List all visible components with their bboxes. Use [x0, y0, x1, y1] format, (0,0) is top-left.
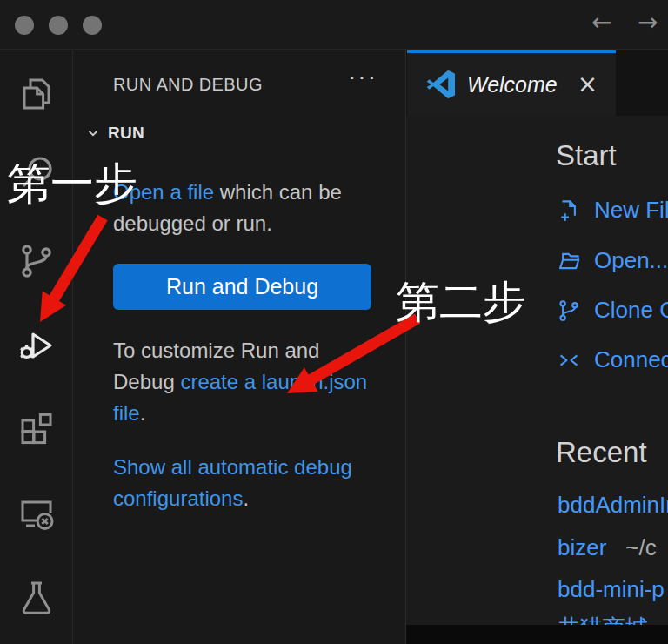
start-item-open[interactable]: Open...	[556, 247, 668, 274]
show-all-paragraph: Show all automatic debug configurations.	[113, 452, 374, 514]
nav-back-icon[interactable]: ←	[591, 8, 611, 37]
explorer-files-icon[interactable]	[16, 73, 57, 115]
recent-item[interactable]: bizer~/c	[558, 534, 657, 561]
open-file-paragraph: Open a file which can be debugged or run…	[113, 177, 374, 239]
chevron-down-icon	[85, 125, 101, 141]
start-item-new-file[interactable]: New File...	[556, 197, 668, 224]
window-zoom-button[interactable]	[83, 16, 102, 35]
start-heading: Start	[556, 139, 617, 172]
recent-heading: Recent	[556, 436, 647, 469]
editor-bottom-strip	[406, 625, 668, 644]
panel-title: RUN AND DEBUG	[113, 75, 263, 95]
vscode-window: ← →	[0, 0, 668, 644]
clone-repo-icon	[556, 298, 582, 324]
start-item-connect[interactable]: Connect to...	[556, 346, 668, 373]
new-file-icon	[556, 198, 582, 224]
extensions-icon[interactable]	[16, 409, 57, 451]
run-section-label: RUN	[108, 124, 144, 143]
start-item-label: Clone Git...	[594, 297, 668, 324]
show-all-configs-link[interactable]: Show all automatic debug configurations	[113, 455, 352, 510]
source-control-icon[interactable]	[16, 240, 57, 282]
recent-item-name[interactable]: bizer	[558, 534, 606, 560]
editor-group: Welcome × Start New File... Open...	[405, 50, 668, 644]
tab-label: Welcome	[467, 72, 558, 97]
start-item-label: Open...	[594, 247, 668, 274]
open-folder-icon	[556, 248, 582, 274]
window-minimize-button[interactable]	[49, 16, 68, 35]
recent-item[interactable]: 共猎商城	[558, 613, 648, 625]
vscode-logo-icon	[426, 70, 456, 99]
title-bar: ← →	[0, 0, 668, 50]
run-section-header[interactable]: RUN	[85, 124, 144, 143]
panel-more-actions-icon[interactable]: ···	[348, 63, 377, 91]
run-and-debug-button[interactable]: Run and Debug	[113, 264, 371, 310]
remote-explorer-icon[interactable]	[16, 493, 57, 534]
start-item-label: Connect to...	[594, 346, 668, 373]
run-and-debug-panel: RUN AND DEBUG ··· RUN Open a file which …	[74, 50, 405, 644]
welcome-page: Start New File... Open... Clone Git...	[406, 116, 668, 625]
recent-item-path: ~/c	[625, 534, 656, 560]
activity-bar	[0, 50, 73, 644]
recent-item-name[interactable]: bddAdminInfo	[558, 492, 668, 518]
tab-welcome[interactable]: Welcome ×	[407, 50, 616, 116]
show-all-period: .	[243, 486, 249, 510]
step1-label: 第一步	[7, 162, 137, 205]
recent-item-name[interactable]: bdd-mini-p	[558, 576, 665, 602]
window-close-button[interactable]	[15, 16, 34, 35]
run-and-debug-icon[interactable]	[16, 325, 57, 366]
recent-item-name[interactable]: 共猎商城	[558, 614, 648, 625]
customize-paragraph: To customize Run and Debug create a laun…	[113, 335, 374, 429]
tab-close-icon[interactable]: ×	[578, 72, 598, 97]
nav-forward-icon[interactable]: →	[638, 8, 658, 37]
recent-item[interactable]: bdd-mini-p	[558, 576, 665, 603]
connect-remote-icon	[556, 347, 582, 373]
testing-beaker-icon[interactable]	[16, 577, 57, 619]
recent-item[interactable]: bddAdminInfo	[558, 492, 668, 519]
step2-label: 第二步	[396, 280, 526, 324]
tab-bar: Welcome ×	[406, 50, 668, 116]
start-item-clone[interactable]: Clone Git...	[556, 297, 668, 324]
customize-period: .	[140, 401, 146, 425]
start-item-label: New File...	[594, 197, 668, 224]
